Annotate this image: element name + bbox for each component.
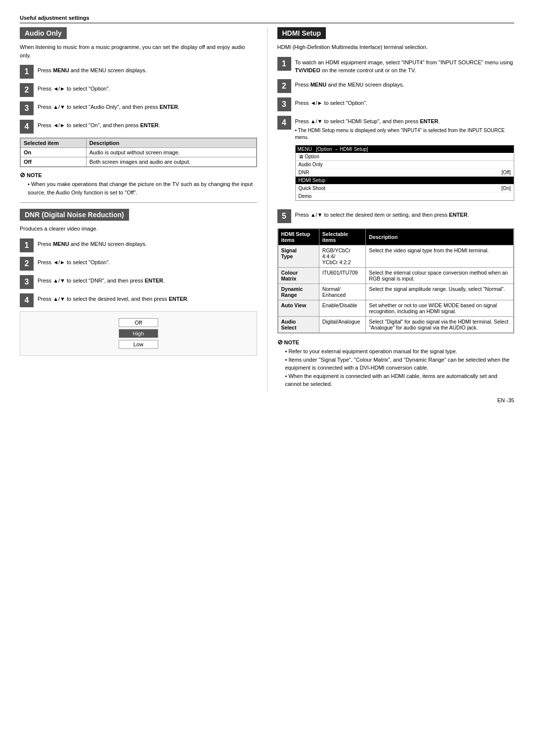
page-header: Useful adjustment settings [20,15,514,23]
hdmi-step-5-text: Press ▲/▼ to select the desired item or … [295,209,469,219]
audio-only-step-4: 4 Press ◄/► to select "On", and then pre… [20,119,257,134]
hdmi-row-auto-view-label: Auto View [278,300,319,317]
dnr-step-1: 1 Press MENU and the MENU screen display… [20,238,257,252]
table-header-description: Description [86,139,256,148]
dnr-section: DNR (Digital Noise Reduction) Produces a… [20,209,257,356]
dnr-step-3: 3 Press ▲/▼ to select "DNR", and then pr… [20,275,257,289]
hdmi-note: NOTE Refer to your external equipment op… [277,338,515,388]
hdmi-table-header-selectable: Selectable items [319,229,366,245]
hdmi-step-number-1: 1 [277,57,291,71]
hdmi-step-1-text: To watch an HDMI equipment image, select… [295,56,515,75]
audio-only-note: NOTE When you make operations that chang… [20,171,257,196]
hdmi-step-5: 5 Press ▲/▼ to select the desired item o… [277,209,515,223]
dnr-step-4: 4 Press ▲/▼ to select the desired level,… [20,293,257,307]
hdmi-menu-demo-label: Demo [299,193,312,199]
table-cell-on-desc: Audio is output without screen image. [86,148,256,157]
hdmi-row-audio-select-items: Digital/Analogue [319,317,366,333]
hdmi-step-4-container: Press ▲/▼ to select "HDMI Setup", and th… [295,115,515,205]
dnr-step-number-3: 3 [20,275,34,289]
audio-only-table: Selected item Description On Audio is ou… [20,138,257,167]
audio-only-step-3: 3 Press ▲/▼ to select "Audio Only", and … [20,101,257,115]
hdmi-row-dynamic-range-label: DynamicRange [278,284,319,300]
hdmi-row-audio-select-label: AudioSelect [278,317,319,333]
table-row: SignalType RGB/YCbCr 4:4:4/YCbCr 4:2:2 S… [278,245,514,268]
table-cell-off: Off [21,157,87,167]
hdmi-row-audio-select-desc: Select "Digital" for audio signal via th… [366,317,514,333]
hdmi-step-number-4: 4 [277,116,291,130]
page-number: EN -35 [20,397,514,403]
hdmi-menu-audio-only-label: Audio Only [299,162,323,167]
hdmi-menu-audio-only: Audio Only [296,161,514,169]
hdmi-menu-header: MENU [Option → HDMI Setup] [296,145,514,153]
table-cell-on: On [21,148,87,157]
audio-only-description: When listening to music from a music pro… [20,43,257,59]
dnr-step-2-text: Press ◄/► to select "Option". [38,256,110,267]
dnr-step-4-text: Press ▲/▼ to select the desired level, a… [38,293,188,303]
hdmi-step-2-text: Press MENU and the MENU screen displays. [295,79,404,89]
right-column: HDMI Setup HDMI (High-Definition Multime… [277,27,515,392]
hdmi-menu-demo: Demo [296,192,514,200]
hdmi-step-2: 2 Press MENU and the MENU screen display… [277,79,515,93]
note-text: When you make operations that change the… [20,180,257,196]
table-row: On Audio is output without screen image. [21,148,257,157]
table-row: AudioSelect Digital/Analogue Select "Dig… [278,317,514,333]
hdmi-row-auto-view-desc: Set whether or not to use WIDE MODE base… [366,300,514,317]
audio-only-step-1: 1 Press MENU and the MENU screen display… [20,64,257,79]
hdmi-row-signal-type-desc: Select the video signal type from the HD… [366,245,514,268]
hdmi-step-4: 4 Press ▲/▼ to select "HDMI Setup", and … [277,115,515,205]
step-3-text: Press ▲/▼ to select "Audio Only", and th… [38,101,179,111]
dnr-title: DNR (Digital Noise Reduction) [20,209,129,221]
header-text: Useful adjustment settings [20,15,89,21]
step-4-text: Press ◄/► to select "On", and then press… [38,119,160,130]
dnr-description: Produces a clearer video image. [20,225,257,233]
hdmi-menu-icon: 🖥 Option [299,154,319,159]
hdmi-step-3: 3 Press ◄/► to select "Option". [277,97,515,111]
step-number-3: 3 [20,101,34,115]
hdmi-menu-dnr-value: [Off] [501,170,511,175]
hdmi-menu-dnr-label: DNR [299,170,310,175]
table-header-selected: Selected item [21,139,87,148]
dnr-step-number-2: 2 [20,257,34,271]
step-number-4: 4 [20,120,34,134]
dnr-step-number-4: 4 [20,293,34,307]
dnr-step-3-text: Press ▲/▼ to select "DNR", and then pres… [38,275,165,285]
hdmi-setup-title: HDMI Setup [277,27,326,39]
hdmi-note-text: Refer to your external equipment operati… [277,347,515,388]
hdmi-row-dynamic-range-items: Normal/Enhanced [319,284,366,300]
hdmi-row-colour-matrix-label: ColourMatrix [278,268,319,284]
hdmi-step-4-note: • The HDMI Setup menu is displayed only … [295,127,515,141]
hdmi-step-number-2: 2 [277,79,291,93]
left-column: Audio Only When listening to music from … [20,27,267,392]
hdmi-menu-quick-shoot-label: Quick Shoot [299,186,325,191]
step-2-text: Press ◄/► to select "Option". [38,83,110,93]
step-1-text: Press MENU and the MENU screen displays. [38,64,147,75]
hdmi-row-signal-type-label: SignalType [278,245,319,268]
table-cell-off-desc: Both screen images and audio are output. [86,157,256,167]
hdmi-menu-quick-shoot-value: [On] [501,186,511,191]
dnr-step-number-1: 1 [20,238,34,252]
audio-only-step-2: 2 Press ◄/► to select "Option". [20,83,257,97]
dnr-step-2: 2 Press ◄/► to select "Option". [20,256,257,271]
hdmi-step-3-text: Press ◄/► to select "Option". [295,97,367,107]
table-row: Auto View Enable/Disable Set whether or … [278,300,514,317]
hdmi-step-1: 1 To watch an HDMI equipment image, sele… [277,56,515,75]
hdmi-table-header-desc: Description [366,229,514,245]
hdmi-menu-quick-shoot: Quick Shoot[On] [296,185,514,192]
audio-only-title: Audio Only [20,27,67,39]
dnr-menu-list: Off High Low [119,318,158,349]
dnr-menu-image: Off High Low [20,311,257,356]
hdmi-row-auto-view-items: Enable/Disable [319,300,366,317]
hdmi-menu-dnr: DNR[Off] [296,169,514,177]
audio-only-section: Audio Only When listening to music from … [20,27,257,196]
hdmi-row-signal-type-items: RGB/YCbCr 4:4:4/YCbCr 4:2:2 [319,245,366,268]
dnr-high-item: High [119,329,158,338]
dnr-step-1-text: Press MENU and the MENU screen displays. [38,238,147,248]
hdmi-step-4-text: Press ▲/▼ to select "HDMI Setup", and th… [295,115,515,126]
hdmi-step-number-5: 5 [277,209,291,223]
hdmi-row-dynamic-range-desc: Select the signal amplitude range. Usual… [366,284,514,300]
hdmi-menu-icon-row: 🖥 Option [296,153,514,161]
table-row: ColourMatrix ITU601/ITU709 Select the in… [278,268,514,284]
hdmi-setup-description: HDMI (High-Definition Multimedia Interfa… [277,43,515,51]
hdmi-table-header-items: HDMI Setup items [278,229,319,245]
dnr-low-item: Low [119,340,158,349]
